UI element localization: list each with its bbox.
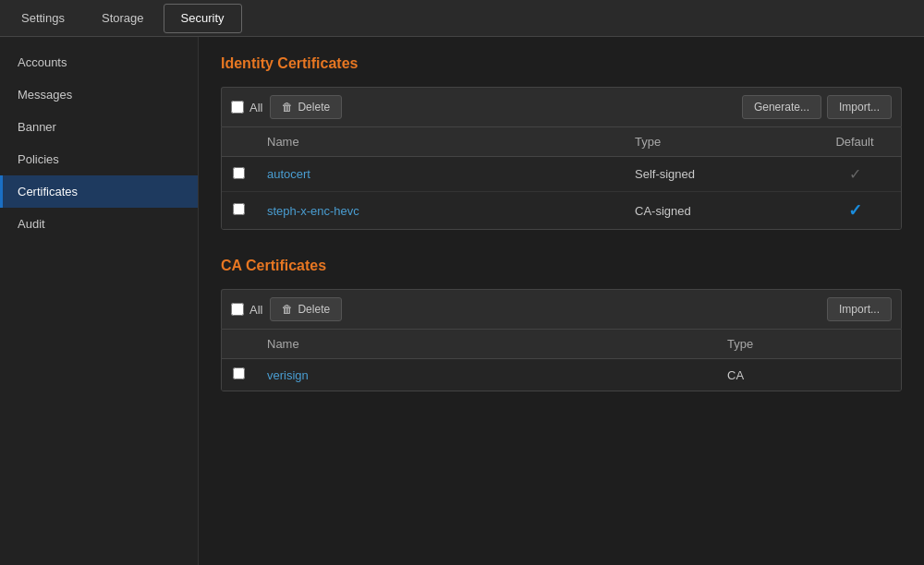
ca-col-name: Name [256, 330, 716, 359]
default-check-steph: ✓ [848, 201, 862, 220]
sidebar-item-policies[interactable]: Policies [0, 143, 198, 175]
cert-link-steph[interactable]: steph-x-enc-hevc [267, 204, 359, 218]
sidebar: Accounts Messages Banner Policies Certif… [0, 37, 199, 565]
ca-delete-button[interactable]: 🗑 Delete [270, 297, 342, 321]
tab-storage[interactable]: Storage [84, 4, 162, 33]
identity-toolbar-right: Generate... Import... [742, 95, 892, 119]
tab-security[interactable]: Security [164, 4, 242, 33]
trash-icon: 🗑 [282, 303, 293, 316]
ca-table-header: Name Type [222, 330, 901, 359]
identity-delete-button[interactable]: 🗑 Delete [270, 95, 342, 119]
main-layout: Accounts Messages Banner Policies Certif… [0, 37, 924, 565]
identity-select-all[interactable]: All [231, 101, 262, 114]
trash-icon: 🗑 [282, 101, 293, 114]
ca-table-container: Name Type verisign CA [221, 329, 902, 391]
identity-import-button[interactable]: Import... [827, 95, 892, 119]
cert-type-autocert: Self-signed [624, 157, 808, 192]
generate-button[interactable]: Generate... [742, 95, 821, 119]
ca-import-button[interactable]: Import... [827, 297, 892, 321]
ca-toolbar: All 🗑 Delete Import... [221, 289, 902, 329]
cert-type-steph: CA-signed [624, 192, 808, 230]
identity-table: Name Type Default autocert Self-signed [222, 127, 901, 229]
ca-cert-type-verisign: CA [716, 359, 901, 391]
tab-settings[interactable]: Settings [4, 4, 82, 33]
identity-certificates-title: Identity Certificates [221, 55, 902, 72]
sidebar-item-audit[interactable]: Audit [0, 208, 198, 240]
table-row: verisign CA [222, 359, 901, 391]
sidebar-item-banner[interactable]: Banner [0, 111, 198, 143]
table-row: steph-x-enc-hevc CA-signed ✓ [222, 192, 901, 230]
identity-all-checkbox[interactable] [231, 101, 244, 114]
ca-toolbar-right: Import... [827, 297, 892, 321]
identity-col-default: Default [808, 127, 901, 157]
identity-table-container: Name Type Default autocert Self-signed [221, 126, 902, 230]
sidebar-item-messages[interactable]: Messages [0, 78, 198, 111]
sidebar-item-accounts[interactable]: Accounts [0, 46, 198, 78]
identity-toolbar: All 🗑 Delete Generate... Import... [221, 87, 902, 126]
ca-table: Name Type verisign CA [222, 330, 901, 391]
sidebar-item-certificates[interactable]: Certificates [0, 175, 198, 208]
ca-select-all[interactable]: All [231, 303, 262, 317]
identity-col-type: Type [624, 127, 808, 157]
row-checkbox-autocert[interactable] [233, 167, 245, 179]
row-checkbox-steph[interactable] [233, 203, 245, 215]
ca-cert-link-verisign[interactable]: verisign [267, 368, 309, 382]
ca-certificates-title: CA Certificates [221, 258, 902, 274]
identity-col-name: Name [256, 127, 624, 157]
top-nav: Settings Storage Security [0, 0, 924, 37]
ca-all-checkbox[interactable] [231, 303, 244, 316]
default-check-autocert: ✓ [849, 166, 861, 182]
cert-link-autocert[interactable]: autocert [267, 167, 310, 181]
ca-col-type: Type [716, 330, 901, 359]
table-row: autocert Self-signed ✓ [222, 157, 901, 192]
main-content: Identity Certificates All 🗑 Delete Gener… [199, 37, 924, 565]
identity-table-header: Name Type Default [222, 127, 901, 157]
row-checkbox-verisign[interactable] [233, 367, 245, 379]
